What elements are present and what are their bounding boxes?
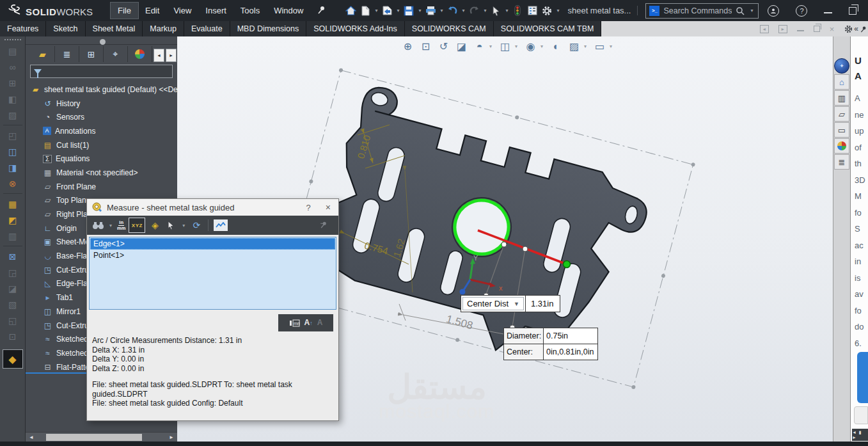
- view-settings-icon[interactable]: [592, 38, 608, 54]
- apply-scene-icon[interactable]: [566, 38, 582, 54]
- file-explorer-icon[interactable]: [834, 106, 849, 122]
- save-dropdown[interactable]: ▾: [416, 8, 423, 13]
- tree-item-material[interactable]: Material <not specified>: [26, 166, 177, 180]
- view-settings-dropdown[interactable]: ▾: [610, 44, 615, 49]
- menu-edit[interactable]: Edit: [138, 3, 166, 19]
- hide-show-dropdown[interactable]: ▾: [541, 44, 546, 49]
- dialog-help-button[interactable]: ?: [306, 203, 311, 212]
- tool-button-7[interactable]: [3, 143, 23, 159]
- menu-file[interactable]: File: [111, 3, 138, 19]
- help-icon[interactable]: ?: [796, 5, 807, 17]
- tool-button-12[interactable]: [3, 228, 23, 244]
- print-button[interactable]: [423, 3, 438, 19]
- doc-close-button[interactable]: ×: [830, 24, 835, 34]
- tab-features[interactable]: Features: [0, 21, 46, 36]
- task-pane-collapse-icon[interactable]: «: [854, 24, 858, 33]
- tool-button-4[interactable]: [3, 91, 23, 107]
- tool-button-17[interactable]: [3, 312, 23, 328]
- tab-solidworks-cam-tbm[interactable]: SOLIDWORKS CAM TBM: [494, 21, 602, 36]
- tree-item-history[interactable]: History: [26, 97, 177, 111]
- panel-tab-scroll-right[interactable]: ►: [166, 49, 177, 62]
- redo-button[interactable]: [467, 3, 481, 19]
- create-sensor-icon[interactable]: [214, 219, 228, 231]
- next-document-icon[interactable]: ►: [778, 25, 787, 33]
- tab-markup[interactable]: Markup: [143, 21, 184, 36]
- tool-button-16[interactable]: [3, 296, 23, 312]
- units-ruler-icon[interactable]: mm: [289, 319, 300, 327]
- tree-root-item[interactable]: sheet metal task guided (Default) <<Defa: [26, 83, 177, 97]
- tree-horizontal-scrollbar[interactable]: ◄ ►: [26, 432, 177, 442]
- binoculars-dropdown[interactable]: ▾: [107, 223, 114, 228]
- view-orientation-dropdown[interactable]: ▾: [489, 44, 495, 49]
- dimension-1508[interactable]: 1.508: [445, 313, 474, 332]
- scroll-right-icon[interactable]: ►: [166, 434, 177, 440]
- solidworks-resources-icon[interactable]: ✦: [834, 58, 849, 74]
- measure-dialog[interactable]: Measure - sheet metal task guided ? × ▾ …: [86, 198, 339, 421]
- panel-splitter[interactable]: [26, 36, 177, 45]
- tree-item-front-plane[interactable]: Front Plane: [26, 180, 177, 194]
- leader-anchor-2[interactable]: [523, 246, 528, 251]
- measure-mode-dropdown[interactable]: Center Dist ▼: [462, 297, 524, 310]
- search-icon[interactable]: [736, 6, 745, 15]
- save-button[interactable]: [402, 3, 416, 19]
- decrease-font-icon[interactable]: A: [317, 318, 323, 328]
- tree-item-equations[interactable]: Equations: [26, 152, 177, 166]
- menu-window[interactable]: Window: [267, 3, 310, 19]
- undo-dropdown[interactable]: ▾: [460, 8, 466, 13]
- display-style-dropdown[interactable]: ▾: [515, 44, 521, 49]
- search-commands-box[interactable]: Search Commands ▾: [645, 3, 759, 19]
- open-button[interactable]: [380, 3, 394, 19]
- search-input[interactable]: Search Commands: [663, 6, 732, 15]
- point-to-point-icon[interactable]: [148, 218, 161, 233]
- selection-item-edge[interactable]: Edge<1>: [90, 238, 335, 250]
- new-document-dropdown[interactable]: ▾: [373, 8, 379, 13]
- undo-button[interactable]: [445, 3, 459, 19]
- doc-minimize-button[interactable]: [797, 27, 804, 31]
- section-view-icon[interactable]: [454, 38, 470, 54]
- panel-tab-scroll-left[interactable]: ◄: [154, 49, 164, 62]
- tool-button-9[interactable]: [3, 175, 23, 191]
- sheet-metal-part[interactable]: [278, 68, 695, 390]
- print-dropdown[interactable]: ▾: [438, 8, 445, 13]
- previous-view-icon[interactable]: [436, 38, 452, 54]
- options-gear-button[interactable]: [540, 3, 554, 19]
- active-tool-button[interactable]: [3, 349, 23, 369]
- tool-button-18[interactable]: [3, 328, 23, 344]
- units-inmm-button[interactable]: inmm: [117, 220, 125, 230]
- tab-display-manager[interactable]: [128, 46, 152, 62]
- scrollbar-thumb[interactable]: [46, 434, 142, 441]
- tree-filter-input[interactable]: [30, 65, 173, 78]
- custom-properties-icon[interactable]: [834, 154, 849, 170]
- task-pane-secondary-button-clipped[interactable]: [854, 406, 868, 424]
- scroll-left-icon[interactable]: ◄: [26, 434, 37, 440]
- new-document-button[interactable]: [358, 3, 372, 19]
- appearances-icon[interactable]: [834, 138, 849, 154]
- xyz-measure-button[interactable]: XYZ: [129, 218, 145, 233]
- measure-dialog-titlebar[interactable]: Measure - sheet metal task guided ? ×: [87, 199, 338, 216]
- tool-button-13[interactable]: [3, 248, 23, 264]
- zoom-fit-icon[interactable]: [400, 38, 416, 54]
- tab-configuration-manager[interactable]: [79, 46, 104, 62]
- tool-button-8[interactable]: [3, 159, 23, 175]
- task-pane-button-clipped[interactable]: [857, 352, 868, 403]
- task-pane-resize-handle[interactable]: [852, 429, 868, 441]
- previous-document-icon[interactable]: ◄: [760, 25, 769, 33]
- tool-button-5[interactable]: [3, 107, 23, 123]
- measure-selection-list[interactable]: Edge<1> Point<1>: [89, 237, 336, 310]
- tool-button-1[interactable]: [3, 43, 23, 59]
- account-icon[interactable]: [768, 5, 779, 17]
- selection-dropdown[interactable]: ▾: [180, 223, 187, 228]
- tab-feature-manager[interactable]: [31, 46, 55, 62]
- increase-font-icon[interactable]: A: [304, 318, 313, 328]
- menu-view[interactable]: View: [166, 3, 198, 19]
- home-tab-icon[interactable]: [834, 74, 849, 90]
- doc-restore-button[interactable]: [814, 26, 820, 32]
- open-dropdown[interactable]: ▾: [395, 8, 401, 13]
- view-orientation-icon[interactable]: [471, 38, 487, 54]
- measurement-history-icon[interactable]: [190, 218, 203, 233]
- binoculars-icon[interactable]: [91, 218, 104, 233]
- toolbar-grip[interactable]: [4, 39, 21, 40]
- edit-appearance-icon[interactable]: [548, 38, 564, 54]
- tool-button-3[interactable]: [3, 75, 23, 91]
- hide-show-items-icon[interactable]: [523, 38, 539, 54]
